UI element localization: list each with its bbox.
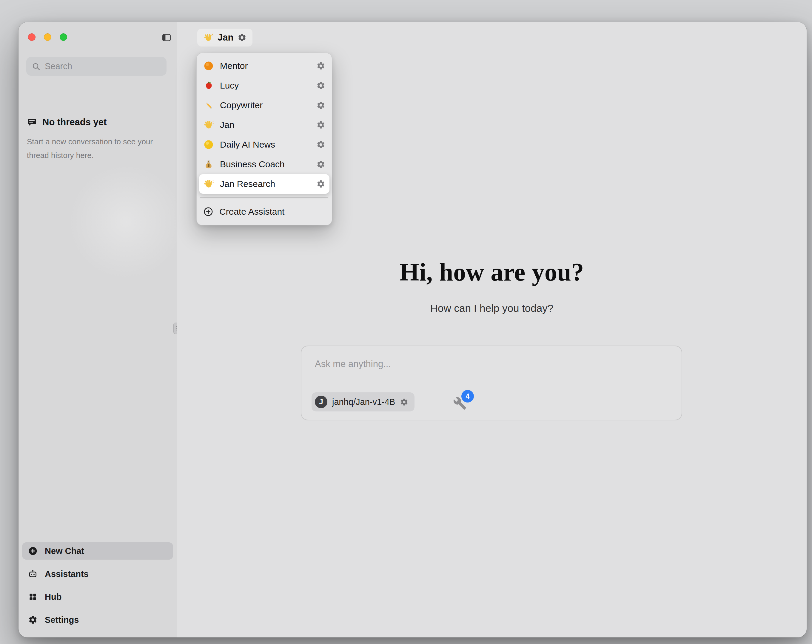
assistant-label: Copywriter bbox=[220, 100, 263, 110]
message-input[interactable] bbox=[315, 359, 643, 369]
sidebar-toggle-icon[interactable] bbox=[161, 33, 172, 42]
search-icon bbox=[32, 62, 41, 71]
menu-divider bbox=[200, 197, 328, 198]
sidebar-item-new-chat[interactable]: New Chat bbox=[22, 542, 173, 560]
assistant-menu-item-jan-research[interactable]: Jan Research bbox=[199, 174, 330, 194]
tools-count-badge: 4 bbox=[461, 390, 474, 402]
gear-icon[interactable] bbox=[316, 81, 325, 90]
assistant-label: Business Coach bbox=[220, 159, 285, 169]
traffic-lights bbox=[28, 33, 67, 41]
gear-icon[interactable] bbox=[238, 33, 246, 42]
chat-bubble-icon bbox=[27, 117, 37, 127]
zoom-button[interactable] bbox=[60, 33, 67, 41]
pencil-icon bbox=[203, 100, 214, 111]
wave-icon bbox=[203, 120, 214, 130]
search-input[interactable] bbox=[45, 61, 161, 71]
gear-icon[interactable] bbox=[316, 61, 325, 70]
create-assistant-label: Create Assistant bbox=[219, 207, 284, 217]
message-composer[interactable]: J janhq/Jan-v1-4B 4 bbox=[301, 346, 682, 420]
nav-label: New Chat bbox=[45, 546, 84, 556]
wave-icon bbox=[203, 32, 214, 43]
assistant-label: Jan Research bbox=[220, 179, 275, 189]
svg-text:$: $ bbox=[208, 163, 210, 167]
close-button[interactable] bbox=[28, 33, 35, 41]
assistants-icon bbox=[28, 569, 38, 579]
threads-empty-state: No threads yet Start a new conversation … bbox=[27, 117, 161, 162]
search-field[interactable] bbox=[26, 57, 166, 76]
create-assistant-button[interactable]: Create Assistant bbox=[199, 201, 330, 222]
assistant-menu-item-jan[interactable]: Jan bbox=[199, 115, 330, 135]
sidebar-nav: New Chat Assistants Hub Settings bbox=[22, 542, 173, 629]
model-selector[interactable]: J janhq/Jan-v1-4B bbox=[311, 392, 415, 411]
sidebar-glow-decoration bbox=[66, 162, 186, 282]
tools-button[interactable]: 4 bbox=[453, 392, 474, 410]
sidebar-item-hub[interactable]: Hub bbox=[22, 588, 173, 606]
assistant-label: Daily AI News bbox=[220, 140, 275, 150]
nav-label: Settings bbox=[45, 615, 79, 625]
gear-icon[interactable] bbox=[400, 398, 409, 406]
minimize-button[interactable] bbox=[44, 33, 51, 41]
model-name: janhq/Jan-v1-4B bbox=[332, 397, 395, 407]
assistant-menu-item-business-coach[interactable]: $ Business Coach bbox=[199, 154, 330, 174]
gear-icon[interactable] bbox=[316, 120, 325, 129]
greeting-title: Hi, how are you? bbox=[177, 257, 807, 286]
gear-icon bbox=[28, 615, 38, 625]
app-window: No threads yet Start a new conversation … bbox=[18, 22, 807, 638]
orange-circle-icon bbox=[203, 61, 214, 71]
sidebar-item-assistants[interactable]: Assistants bbox=[22, 565, 173, 583]
gear-icon[interactable] bbox=[316, 140, 325, 149]
money-bag-icon: $ bbox=[203, 159, 214, 170]
plus-circle-outline-icon bbox=[203, 207, 214, 217]
assistant-menu-item-lucy[interactable]: Lucy bbox=[199, 76, 330, 95]
hub-icon bbox=[28, 592, 38, 602]
assistant-selector-button[interactable]: Jan bbox=[197, 29, 252, 47]
assistant-label: Lucy bbox=[220, 81, 239, 91]
active-assistant-name: Jan bbox=[218, 32, 234, 43]
greeting-subtitle: How can I help you today? bbox=[177, 302, 807, 314]
plus-circle-icon bbox=[28, 546, 38, 556]
empty-state-title: No threads yet bbox=[43, 117, 107, 128]
nav-label: Assistants bbox=[45, 569, 89, 579]
nav-label: Hub bbox=[45, 592, 61, 602]
gear-icon[interactable] bbox=[316, 160, 325, 169]
assistant-menu-item-mentor[interactable]: Mentor bbox=[199, 56, 330, 76]
assistant-label: Mentor bbox=[220, 61, 248, 71]
sidebar: No threads yet Start a new conversation … bbox=[18, 22, 177, 638]
apple-icon bbox=[203, 80, 214, 91]
model-avatar: J bbox=[315, 396, 327, 408]
assistant-menu-item-daily-ai-news[interactable]: Daily AI News bbox=[199, 135, 330, 154]
yellow-circle-icon bbox=[203, 139, 214, 150]
main-panel: Jan Mentor Lucy Copywriter Jan bbox=[177, 22, 807, 638]
gear-icon[interactable] bbox=[316, 101, 325, 110]
gear-icon[interactable] bbox=[316, 180, 325, 189]
sidebar-item-settings[interactable]: Settings bbox=[22, 611, 173, 629]
assistant-label: Jan bbox=[220, 120, 234, 130]
empty-state-description: Start a new conversation to see your thr… bbox=[27, 135, 158, 162]
assistant-menu-item-copywriter[interactable]: Copywriter bbox=[199, 95, 330, 115]
assistant-dropdown-menu: Mentor Lucy Copywriter Jan Daily AI News bbox=[196, 53, 332, 225]
wave-icon bbox=[203, 178, 214, 189]
